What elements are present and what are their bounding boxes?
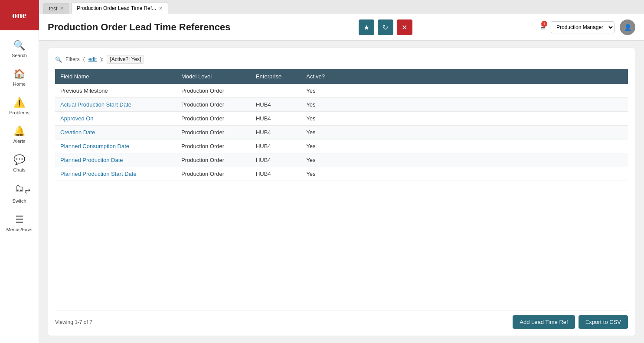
filters-paren-close: ):: [100, 56, 103, 62]
cell-model-level: Production Order: [176, 153, 251, 167]
refresh-button[interactable]: ↻: [378, 19, 393, 35]
col-field-name: Field Name: [55, 69, 176, 84]
export-csv-button[interactable]: Export to CSV: [579, 315, 628, 329]
cell-field-name[interactable]: Planned Consumption Date: [55, 139, 176, 153]
table-row: Planned Production DateProduction OrderH…: [55, 153, 628, 167]
add-lead-time-ref-button[interactable]: Add Lead Time Ref: [513, 315, 575, 329]
viewing-count: Viewing 1-7 of 7: [55, 319, 92, 325]
avatar: 👤: [620, 19, 635, 35]
cell-model-level: Production Order: [176, 84, 251, 98]
table-row: Planned Production Start DateProduction …: [55, 167, 628, 181]
cell-field-name[interactable]: Actual Production Start Date: [55, 98, 176, 112]
sidebar-item-label: Home: [13, 81, 26, 87]
bell-icon: 🔔: [13, 126, 25, 137]
switch-icon-wrap: 🗂 ⇄: [15, 183, 24, 194]
active-filter-badge: [Active?: Yes]: [107, 55, 144, 64]
sidebar-item-switch[interactable]: 🗂 ⇄ Switch: [0, 178, 39, 209]
table-header: Field Name Model Level Enterprise Active…: [55, 69, 628, 84]
home-icon: 🏠: [13, 68, 25, 80]
col-model-level: Model Level: [176, 69, 251, 84]
cell-field-name[interactable]: Approved On: [55, 112, 176, 126]
cell-active: Yes: [301, 98, 341, 112]
sidebar-item-home[interactable]: 🏠 Home: [0, 63, 39, 92]
tab-bar: test ✕ Production Order Lead Time Ref...…: [39, 0, 644, 14]
tab-prod-lead[interactable]: Production Order Lead Time Ref... ✕: [71, 3, 168, 14]
close-icon: ✕: [402, 23, 407, 32]
card-footer: Viewing 1-7 of 7 Add Lead Time Ref Expor…: [55, 311, 628, 329]
table-row: Creation DateProduction OrderHUB4Yes: [55, 126, 628, 139]
sidebar-item-label: Menus/Favs: [7, 227, 33, 232]
filters-label: Filters: [65, 56, 80, 62]
close-button[interactable]: ✕: [397, 19, 412, 35]
table-row: Previous MilestoneProduction OrderYes: [55, 84, 628, 98]
tab-test[interactable]: test ✕: [43, 3, 69, 14]
star-button[interactable]: ★: [359, 19, 374, 35]
cell-extra: [342, 167, 628, 181]
cell-active: Yes: [301, 139, 341, 153]
cell-active: Yes: [301, 167, 341, 181]
tab-close-prod-lead[interactable]: ✕: [159, 6, 163, 11]
cell-active: Yes: [301, 84, 341, 98]
sidebar-item-search[interactable]: 🔍 Search: [0, 35, 39, 63]
cell-enterprise: HUB4: [251, 126, 301, 139]
cell-model-level: Production Order: [176, 167, 251, 181]
sidebar-item-chats[interactable]: 💬 Chats: [0, 149, 39, 178]
table-row: Actual Production Start DateProduction O…: [55, 98, 628, 112]
refresh-icon: ↻: [382, 23, 388, 32]
menu-icon: ☰: [15, 214, 24, 225]
filter-icon: 🔍: [55, 56, 62, 63]
filters-paren-open: (: [83, 56, 85, 62]
cell-field-name[interactable]: Creation Date: [55, 126, 176, 139]
role-selector[interactable]: Production Manager Other Role: [551, 21, 615, 33]
logo-text: one: [12, 10, 26, 21]
cell-field-name[interactable]: Planned Production Start Date: [55, 167, 176, 181]
warning-icon: ⚠️: [13, 97, 25, 108]
cell-extra: [342, 153, 628, 167]
cell-enterprise: HUB4: [251, 153, 301, 167]
sidebar-item-label: Chats: [13, 167, 26, 172]
cell-model-level: Production Order: [176, 112, 251, 126]
cell-extra: [342, 126, 628, 139]
cell-extra: [342, 84, 628, 98]
chat-icon: 💬: [13, 154, 25, 165]
sidebar-item-menus[interactable]: ☰ Menus/Favs: [0, 209, 39, 237]
cell-extra: [342, 112, 628, 126]
notification-badge: 1: [541, 21, 547, 27]
filters-bar: 🔍 Filters ( edit ): [Active?: Yes]: [55, 55, 628, 64]
sidebar-item-alerts[interactable]: 🔔 Alerts: [0, 120, 39, 149]
cell-extra: [342, 98, 628, 112]
main-area: test ✕ Production Order Lead Time Ref...…: [39, 0, 644, 343]
switch-icon: 🗂: [15, 183, 24, 194]
cell-enterprise: HUB4: [251, 139, 301, 153]
header-actions: ★ ↻ ✕: [359, 19, 412, 35]
app-logo[interactable]: one: [0, 0, 39, 30]
menu-button[interactable]: ≡ 1: [540, 23, 546, 32]
cell-field-name[interactable]: Planned Production Date: [55, 153, 176, 167]
edit-filter-link[interactable]: edit: [88, 56, 97, 62]
main-card: 🔍 Filters ( edit ): [Active?: Yes] Field…: [48, 48, 635, 336]
data-table: Field Name Model Level Enterprise Active…: [55, 69, 628, 181]
switch-arrows-icon: ⇄: [25, 187, 30, 195]
tab-close-test[interactable]: ✕: [60, 6, 64, 11]
col-active: Active?: [301, 69, 341, 84]
cell-active: Yes: [301, 153, 341, 167]
table-body: Previous MilestoneProduction OrderYesAct…: [55, 84, 628, 181]
cell-enterprise: HUB4: [251, 112, 301, 126]
header-right: ≡ 1 Production Manager Other Role 👤: [540, 19, 635, 35]
cell-model-level: Production Order: [176, 98, 251, 112]
star-icon: ★: [363, 23, 369, 32]
content-area: 🔍 Filters ( edit ): [Active?: Yes] Field…: [39, 41, 644, 343]
cell-extra: [342, 139, 628, 153]
table-row: Approved OnProduction OrderHUB4Yes: [55, 112, 628, 126]
cell-enterprise: HUB4: [251, 98, 301, 112]
tab-label: Production Order Lead Time Ref...: [77, 5, 156, 11]
sidebar-item-label: Switch: [12, 198, 26, 204]
sidebar: one 🔍 Search 🏠 Home ⚠️ Problems 🔔 Alerts…: [0, 0, 39, 343]
cell-active: Yes: [301, 126, 341, 139]
footer-buttons: Add Lead Time Ref Export to CSV: [513, 315, 628, 329]
cell-model-level: Production Order: [176, 139, 251, 153]
sidebar-item-label: Search: [12, 53, 27, 58]
avatar-icon: 👤: [624, 24, 631, 31]
sidebar-item-problems[interactable]: ⚠️ Problems: [0, 92, 39, 120]
cell-field-name: Previous Milestone: [55, 84, 176, 98]
